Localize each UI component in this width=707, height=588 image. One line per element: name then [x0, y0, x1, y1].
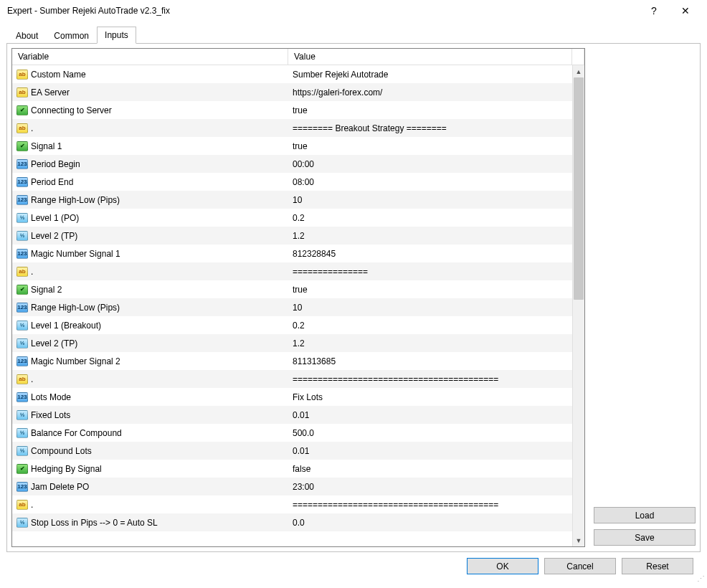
value-cell[interactable]: 0.2 [288, 209, 572, 227]
value-cell[interactable]: 812328845 [288, 245, 572, 262]
table-row[interactable]: ✔Connecting to Servertrue [12, 101, 572, 119]
save-button[interactable]: Save [594, 529, 696, 546]
variable-cell: ½Level 1 (PO) [12, 209, 288, 227]
variable-cell: ½Compound Lots [12, 442, 288, 460]
integer-type-icon: 123 [16, 177, 28, 187]
table-row[interactable]: ½Fixed Lots0.01 [12, 406, 572, 424]
value-cell[interactable]: 0.0 [288, 513, 572, 531]
variable-name: Custom Name [31, 70, 86, 80]
variable-cell: 123Magic Number Signal 2 [12, 352, 288, 370]
value-cell[interactable]: 10 [288, 298, 572, 316]
table-row[interactable]: abCustom NameSumber Rejeki Autotrade [12, 65, 572, 83]
table-row[interactable]: ✔Signal 1true [12, 137, 572, 155]
value-cell[interactable]: 00:00 [288, 155, 572, 173]
value-cell[interactable]: ======== Breakout Strategy ======== [288, 119, 572, 137]
value-cell[interactable]: 811313685 [288, 352, 572, 370]
table-row[interactable]: ✔Hedging By Signalfalse [12, 460, 572, 478]
variable-name: . [31, 374, 33, 384]
cancel-button[interactable]: Cancel [544, 558, 616, 574]
variable-cell: 123Period Begin [12, 155, 288, 173]
tab-common[interactable]: Common [46, 27, 97, 44]
table-row[interactable]: ½Compound Lots0.01 [12, 442, 572, 460]
table-row[interactable]: 123Range High-Low (Pips)10 [12, 191, 572, 209]
close-button[interactable]: ✕ [670, 1, 701, 21]
variable-name: Level 1 (PO) [31, 213, 79, 223]
variable-name: Magic Number Signal 1 [31, 249, 120, 259]
tab-about[interactable]: About [8, 27, 46, 44]
value-cell[interactable]: 23:00 [288, 478, 572, 495]
string-type-icon: ab [16, 123, 28, 133]
boolean-type-icon: ✔ [16, 141, 28, 151]
value-cell[interactable]: Sumber Rejeki Autotrade [288, 65, 572, 83]
table-row[interactable]: 123Magic Number Signal 1812328845 [12, 245, 572, 262]
double-type-icon: ½ [16, 321, 28, 331]
value-cell[interactable]: =============== [288, 262, 572, 280]
table-row[interactable]: abEA Serverhttps://galeri-forex.com/ [12, 83, 572, 101]
value-cell[interactable]: ========================================… [288, 370, 572, 388]
table-row[interactable]: ab.=============== [12, 262, 572, 280]
vertical-scrollbar[interactable]: ▲ ▼ [572, 65, 584, 546]
value-cell[interactable]: false [288, 460, 572, 478]
table-row[interactable]: ✔Signal 2true [12, 280, 572, 298]
resize-grip-icon[interactable]: ⋰ [696, 577, 704, 585]
value-cell[interactable]: 1.2 [288, 227, 572, 245]
value-cell[interactable]: true [288, 101, 572, 119]
scroll-down-arrow-icon[interactable]: ▼ [573, 534, 584, 546]
table-row[interactable]: ½Level 2 (TP)1.2 [12, 227, 572, 245]
reset-button[interactable]: Reset [622, 558, 693, 574]
variable-cell: ✔Signal 1 [12, 137, 288, 155]
tab-inputs[interactable]: Inputs [97, 27, 136, 44]
value-cell[interactable]: 0.01 [288, 406, 572, 424]
table-row[interactable]: ½Stop Loss in Pips --> 0 = Auto SL0.0 [12, 513, 572, 531]
table-row[interactable]: ab.======== Breakout Strategy ======== [12, 119, 572, 137]
variable-name: Connecting to Server [31, 105, 112, 115]
table-row[interactable]: ab.=====================================… [12, 495, 572, 513]
variable-cell: ½Level 1 (Breakout) [12, 316, 288, 334]
table-row[interactable]: ½Level 1 (PO)0.2 [12, 209, 572, 227]
table-row[interactable]: ½Level 1 (Breakout)0.2 [12, 316, 572, 334]
title-bar: Expert - Sumber Rejeki AutoTrade v2.3_fi… [0, 0, 707, 22]
string-type-icon: ab [16, 500, 28, 510]
table-row[interactable]: 123Range High-Low (Pips)10 [12, 298, 572, 316]
variable-cell: abCustom Name [12, 65, 288, 83]
string-type-icon: ab [16, 87, 28, 98]
table-row[interactable]: ab.=====================================… [12, 370, 572, 388]
header-scroll-spacer [572, 49, 584, 65]
scroll-up-arrow-icon[interactable]: ▲ [573, 65, 584, 77]
variable-name: . [31, 267, 33, 277]
value-cell[interactable]: 0.01 [288, 442, 572, 460]
scroll-thumb[interactable] [574, 77, 584, 300]
table-row[interactable]: 123Lots ModeFix Lots [12, 388, 572, 406]
value-cell[interactable]: Fix Lots [288, 388, 572, 406]
value-cell[interactable]: ========================================… [288, 495, 572, 513]
value-cell[interactable]: https://galeri-forex.com/ [288, 83, 572, 101]
header-variable[interactable]: Variable [12, 49, 288, 65]
table-row[interactable]: 123Magic Number Signal 2811313685 [12, 352, 572, 370]
value-cell[interactable]: 0.2 [288, 316, 572, 334]
value-cell[interactable]: 08:00 [288, 173, 572, 191]
variable-cell: ab. [12, 262, 288, 280]
variable-name: Signal 2 [31, 285, 62, 295]
value-cell[interactable]: true [288, 137, 572, 155]
variable-cell: 123Lots Mode [12, 388, 288, 406]
load-button[interactable]: Load [594, 507, 696, 523]
table-row[interactable]: 123Jam Delete PO23:00 [12, 478, 572, 495]
variable-cell: ab. [12, 119, 288, 137]
ok-button[interactable]: OK [467, 558, 538, 574]
table-row[interactable]: ½Balance For Compound500.0 [12, 424, 572, 442]
table-row[interactable]: 123Period Begin00:00 [12, 155, 572, 173]
help-button[interactable]: ? [638, 1, 670, 21]
table-row[interactable]: ½Level 2 (TP)1.2 [12, 334, 572, 352]
variable-cell: abEA Server [12, 83, 288, 101]
variable-name: Lots Mode [31, 392, 71, 402]
value-cell[interactable]: true [288, 280, 572, 298]
double-type-icon: ½ [16, 518, 28, 528]
value-cell[interactable]: 500.0 [288, 424, 572, 442]
value-cell[interactable]: 1.2 [288, 334, 572, 352]
inputs-grid: Variable Value abCustom NameSumber Rejek… [11, 48, 585, 547]
header-value[interactable]: Value [288, 49, 572, 65]
value-cell[interactable]: 10 [288, 191, 572, 209]
table-row[interactable]: 123Period End08:00 [12, 173, 572, 191]
variable-cell: 123Jam Delete PO [12, 478, 288, 495]
variable-name: Range High-Low (Pips) [31, 303, 120, 313]
